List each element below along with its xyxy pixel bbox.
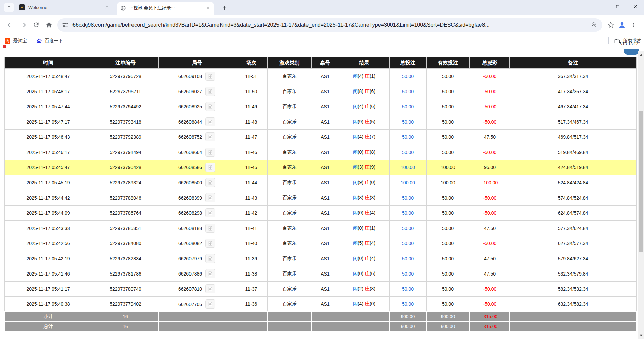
welcome-favicon-icon bbox=[19, 4, 25, 10]
payout-value: -50.00 bbox=[483, 150, 497, 155]
total-bet-link[interactable]: 50.00 bbox=[402, 286, 414, 292]
cell-valid-bet: 50.00 bbox=[426, 145, 470, 160]
player-score: (2) bbox=[358, 286, 365, 291]
close-tab-icon[interactable] bbox=[104, 4, 110, 10]
total-bet-link[interactable]: 50.00 bbox=[402, 256, 414, 261]
banker-score: (1) bbox=[370, 225, 375, 231]
site-info-icon[interactable] bbox=[62, 22, 68, 28]
total-bet-link[interactable]: 100.00 bbox=[401, 165, 415, 170]
video-replay-button[interactable] bbox=[205, 102, 215, 111]
bookmark-star-icon[interactable] bbox=[604, 19, 617, 31]
maximize-button[interactable] bbox=[609, 0, 626, 14]
close-window-button[interactable] bbox=[626, 0, 644, 14]
round-number: 662608752 bbox=[178, 134, 202, 140]
bookmark-baidu[interactable]: 百度一下 bbox=[36, 38, 63, 44]
tab-search-button[interactable] bbox=[4, 3, 14, 12]
back-button[interactable] bbox=[4, 19, 17, 31]
round-number: 662609027 bbox=[178, 89, 202, 94]
close-tab-icon[interactable] bbox=[205, 5, 211, 11]
video-replay-button[interactable] bbox=[205, 254, 215, 263]
cell-bet-id: 522973792389 bbox=[92, 129, 159, 145]
total-bet-link[interactable]: 50.00 bbox=[402, 150, 414, 155]
blue-pill-button[interactable] bbox=[624, 49, 639, 55]
video-replay-button[interactable] bbox=[205, 239, 215, 248]
video-replay-button[interactable] bbox=[205, 163, 215, 172]
video-replay-button[interactable] bbox=[205, 299, 215, 309]
total-bet-link[interactable]: 50.00 bbox=[402, 241, 414, 246]
cell-result: 闲(0) 庄(6) bbox=[339, 266, 389, 281]
video-replay-button[interactable] bbox=[205, 178, 215, 187]
cell-valid-bet: 50.00 bbox=[426, 266, 470, 281]
video-replay-button[interactable] bbox=[205, 117, 215, 126]
video-replay-button[interactable] bbox=[205, 269, 215, 278]
video-replay-button[interactable] bbox=[205, 132, 215, 141]
total-bet-link[interactable]: 50.00 bbox=[402, 89, 414, 94]
cell-result: 闲(4) 庄(6) bbox=[339, 99, 389, 114]
payout-value: 47.50 bbox=[484, 226, 496, 231]
player-score: (0) bbox=[358, 225, 365, 231]
table-row: 2025-11-17 05:48:47522973796728662609108… bbox=[4, 69, 636, 84]
reload-button[interactable] bbox=[30, 19, 42, 31]
col-header-total-bet: 总投注 bbox=[389, 57, 426, 69]
table-row: 2025-11-17 05:40:38522973779402662607705… bbox=[4, 296, 636, 312]
profile-avatar-icon[interactable] bbox=[617, 20, 627, 30]
total-bet-link[interactable]: 50.00 bbox=[402, 301, 414, 307]
cell-round: 662609027 bbox=[159, 84, 235, 99]
scrollbar-up-arrow-icon[interactable] bbox=[638, 52, 644, 58]
bookmark-aitaobao[interactable]: 淘 爱淘宝 bbox=[5, 38, 27, 44]
video-replay-button[interactable] bbox=[205, 224, 215, 233]
minimize-button[interactable] bbox=[591, 0, 609, 14]
total-bet-link[interactable]: 100.00 bbox=[401, 180, 415, 185]
scrollbar-thumb[interactable] bbox=[639, 111, 643, 252]
banker-label: 庄 bbox=[365, 271, 370, 276]
banker-label: 庄 bbox=[365, 286, 370, 291]
total-bet-link[interactable]: 50.00 bbox=[402, 195, 414, 201]
address-bar[interactable]: 66cxkj98.com/game/betrecord_search/kind3… bbox=[57, 18, 602, 32]
total-bet-link[interactable]: 50.00 bbox=[402, 134, 414, 140]
cell-remark: 519.84/469.84 bbox=[510, 145, 636, 160]
video-replay-button[interactable] bbox=[205, 72, 215, 81]
cell-game-type: 百家乐 bbox=[267, 69, 312, 84]
sum-cell-session bbox=[235, 321, 267, 331]
banker-label: 庄 bbox=[365, 195, 370, 200]
video-replay-button[interactable] bbox=[205, 193, 215, 202]
video-replay-button[interactable] bbox=[205, 148, 215, 157]
payout-value: -50.00 bbox=[483, 286, 497, 292]
cell-result: 闲(0) 庄(8) bbox=[339, 145, 389, 160]
sum-cell-round bbox=[159, 312, 235, 321]
video-replay-button[interactable] bbox=[205, 87, 215, 96]
cell-time: 2025-11-17 05:41:17 bbox=[4, 281, 92, 296]
total-bet-link[interactable]: 50.00 bbox=[402, 210, 414, 216]
cell-bet-id: 522973779402 bbox=[92, 296, 159, 312]
cell-bet-id: 522973791494 bbox=[92, 145, 159, 160]
total-bet-link[interactable]: 50.00 bbox=[402, 104, 414, 109]
zoom-indicator-icon[interactable] bbox=[591, 22, 597, 28]
scrollbar-down-arrow-icon[interactable] bbox=[638, 333, 644, 338]
tab-bet-record[interactable]: :::视讯 会员下注纪录::: bbox=[117, 2, 214, 15]
video-replay-button[interactable] bbox=[205, 208, 215, 217]
col-header-round: 局号 bbox=[159, 57, 235, 69]
url-text[interactable]: 66cxkj98.com/game/betrecord_search/kind3… bbox=[72, 22, 588, 28]
forward-button[interactable] bbox=[17, 19, 30, 31]
total-bet-link[interactable]: 50.00 bbox=[402, 271, 414, 277]
total-bet-link[interactable]: 50.00 bbox=[402, 74, 414, 79]
cell-round: 662608586 bbox=[159, 160, 235, 175]
total-bet-link[interactable]: 50.00 bbox=[402, 226, 414, 231]
total-bet-link[interactable]: 50.00 bbox=[402, 119, 414, 125]
page-scrollbar[interactable] bbox=[638, 51, 644, 339]
home-button[interactable] bbox=[42, 19, 55, 31]
cell-table-no: AS1 bbox=[312, 296, 339, 312]
cell-table-no: AS1 bbox=[312, 175, 339, 190]
cell-session: 11-46 bbox=[235, 145, 267, 160]
new-tab-button[interactable] bbox=[220, 3, 229, 12]
video-replay-button[interactable] bbox=[205, 284, 215, 293]
menu-dots-icon[interactable] bbox=[627, 19, 640, 31]
film-icon bbox=[208, 256, 213, 261]
tab-welcome[interactable]: Welcome bbox=[16, 2, 113, 12]
cell-valid-bet: 50.00 bbox=[426, 281, 470, 296]
cell-payout: -50.00 bbox=[470, 281, 510, 296]
col-header-time: 时间 bbox=[4, 57, 92, 69]
divider bbox=[608, 37, 609, 44]
payout-value: -50.00 bbox=[483, 241, 497, 246]
cell-session: 11-47 bbox=[235, 129, 267, 145]
